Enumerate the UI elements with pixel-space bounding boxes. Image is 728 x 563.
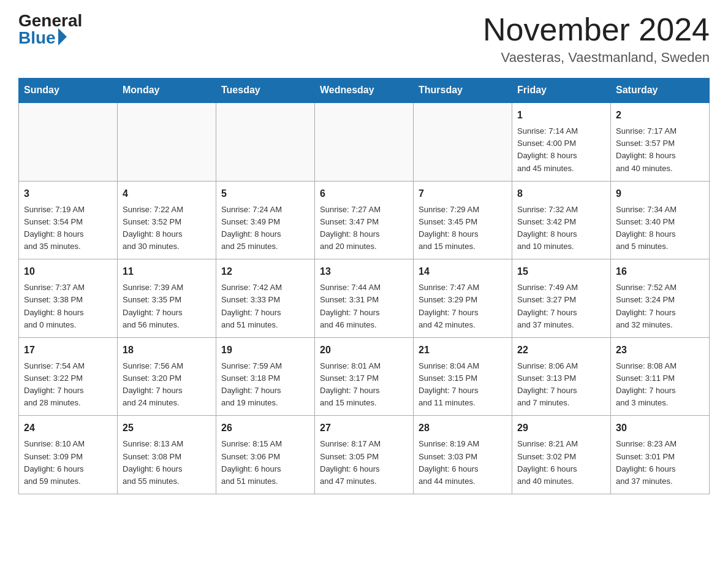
calendar-cell: 12Sunrise: 7:42 AM Sunset: 3:33 PM Dayli… [216, 259, 315, 338]
day-number: 12 [221, 264, 309, 279]
calendar-cell: 21Sunrise: 8:04 AM Sunset: 3:15 PM Dayli… [414, 337, 512, 416]
day-info: Sunrise: 7:56 AM Sunset: 3:20 PM Dayligh… [123, 360, 211, 410]
day-number: 17 [24, 343, 112, 358]
day-number: 28 [419, 421, 507, 435]
day-info: Sunrise: 8:21 AM Sunset: 3:02 PM Dayligh… [517, 438, 605, 488]
day-info: Sunrise: 7:17 AM Sunset: 3:57 PM Dayligh… [616, 125, 704, 175]
calendar-table: SundayMondayTuesdayWednesdayThursdayFrid… [18, 78, 710, 494]
calendar-cell: 26Sunrise: 8:15 AM Sunset: 3:06 PM Dayli… [216, 416, 315, 494]
calendar-cell: 30Sunrise: 8:23 AM Sunset: 3:01 PM Dayli… [611, 416, 710, 494]
day-info: Sunrise: 7:24 AM Sunset: 3:49 PM Dayligh… [221, 204, 309, 253]
day-info: Sunrise: 7:29 AM Sunset: 3:45 PM Dayligh… [419, 204, 507, 253]
day-number: 29 [517, 421, 605, 435]
header-monday: Monday [118, 79, 216, 103]
location-subtitle: Vaesteras, Vaestmanland, Sweden [483, 50, 710, 66]
day-number: 23 [616, 343, 704, 358]
calendar-cell: 17Sunrise: 7:54 AM Sunset: 3:22 PM Dayli… [19, 337, 118, 416]
day-info: Sunrise: 8:06 AM Sunset: 3:13 PM Dayligh… [517, 360, 605, 410]
calendar-cell: 22Sunrise: 8:06 AM Sunset: 3:13 PM Dayli… [512, 337, 611, 416]
day-info: Sunrise: 7:47 AM Sunset: 3:29 PM Dayligh… [419, 282, 507, 331]
calendar-cell: 7Sunrise: 7:29 AM Sunset: 3:45 PM Daylig… [414, 181, 512, 259]
day-number: 2 [616, 108, 704, 123]
calendar-cell [19, 102, 118, 181]
day-number: 27 [320, 421, 408, 435]
calendar-cell: 19Sunrise: 7:59 AM Sunset: 3:18 PM Dayli… [216, 337, 315, 416]
day-info: Sunrise: 7:42 AM Sunset: 3:33 PM Dayligh… [221, 282, 309, 331]
calendar-week-row: 24Sunrise: 8:10 AM Sunset: 3:09 PM Dayli… [19, 416, 710, 494]
day-number: 18 [123, 343, 211, 358]
day-number: 19 [221, 343, 309, 358]
calendar-cell [216, 102, 315, 181]
calendar-week-row: 17Sunrise: 7:54 AM Sunset: 3:22 PM Dayli… [19, 337, 710, 416]
day-number: 4 [123, 186, 211, 201]
day-number: 7 [419, 186, 507, 201]
day-number: 15 [517, 264, 605, 279]
calendar-header-row: SundayMondayTuesdayWednesdayThursdayFrid… [19, 79, 710, 103]
calendar-cell: 23Sunrise: 8:08 AM Sunset: 3:11 PM Dayli… [611, 337, 710, 416]
day-info: Sunrise: 8:15 AM Sunset: 3:06 PM Dayligh… [221, 438, 309, 488]
header-saturday: Saturday [611, 79, 710, 103]
day-info: Sunrise: 7:22 AM Sunset: 3:52 PM Dayligh… [123, 204, 211, 253]
day-number: 14 [419, 264, 507, 279]
day-info: Sunrise: 7:49 AM Sunset: 3:27 PM Dayligh… [517, 282, 605, 331]
page-header: General Blue November 2024 Vaesteras, Va… [18, 12, 710, 66]
day-info: Sunrise: 8:23 AM Sunset: 3:01 PM Dayligh… [616, 438, 704, 488]
header-sunday: Sunday [19, 79, 118, 103]
calendar-cell: 27Sunrise: 8:17 AM Sunset: 3:05 PM Dayli… [315, 416, 414, 494]
day-number: 30 [616, 421, 704, 435]
header-thursday: Thursday [414, 79, 512, 103]
header-friday: Friday [512, 79, 611, 103]
day-number: 10 [24, 264, 112, 279]
day-info: Sunrise: 8:17 AM Sunset: 3:05 PM Dayligh… [320, 438, 408, 488]
calendar-cell: 18Sunrise: 7:56 AM Sunset: 3:20 PM Dayli… [118, 337, 216, 416]
calendar-cell: 11Sunrise: 7:39 AM Sunset: 3:35 PM Dayli… [118, 259, 216, 338]
calendar-cell: 29Sunrise: 8:21 AM Sunset: 3:02 PM Dayli… [512, 416, 611, 494]
calendar-cell [414, 102, 512, 181]
header-tuesday: Tuesday [216, 79, 315, 103]
day-number: 11 [123, 264, 211, 279]
day-info: Sunrise: 7:39 AM Sunset: 3:35 PM Dayligh… [123, 282, 211, 331]
calendar-cell: 14Sunrise: 7:47 AM Sunset: 3:29 PM Dayli… [414, 259, 512, 338]
calendar-week-row: 1Sunrise: 7:14 AM Sunset: 4:00 PM Daylig… [19, 102, 710, 181]
day-number: 24 [24, 421, 112, 435]
calendar-cell: 3Sunrise: 7:19 AM Sunset: 3:54 PM Daylig… [19, 181, 118, 259]
day-number: 6 [320, 186, 408, 201]
logo-general-text: General [18, 12, 82, 29]
day-info: Sunrise: 7:19 AM Sunset: 3:54 PM Dayligh… [24, 204, 112, 253]
day-info: Sunrise: 7:37 AM Sunset: 3:38 PM Dayligh… [24, 282, 112, 331]
calendar-cell: 9Sunrise: 7:34 AM Sunset: 3:40 PM Daylig… [611, 181, 710, 259]
calendar-week-row: 3Sunrise: 7:19 AM Sunset: 3:54 PM Daylig… [19, 181, 710, 259]
calendar-cell: 5Sunrise: 7:24 AM Sunset: 3:49 PM Daylig… [216, 181, 315, 259]
day-number: 25 [123, 421, 211, 435]
day-info: Sunrise: 8:19 AM Sunset: 3:03 PM Dayligh… [419, 438, 507, 488]
title-block: November 2024 Vaesteras, Vaestmanland, S… [483, 12, 710, 66]
day-number: 5 [221, 186, 309, 201]
day-info: Sunrise: 7:44 AM Sunset: 3:31 PM Dayligh… [320, 282, 408, 331]
calendar-cell [315, 102, 414, 181]
calendar-cell: 6Sunrise: 7:27 AM Sunset: 3:47 PM Daylig… [315, 181, 414, 259]
day-number: 8 [517, 186, 605, 201]
day-info: Sunrise: 8:08 AM Sunset: 3:11 PM Dayligh… [616, 360, 704, 410]
day-number: 22 [517, 343, 605, 358]
day-info: Sunrise: 7:59 AM Sunset: 3:18 PM Dayligh… [221, 360, 309, 410]
day-number: 16 [616, 264, 704, 279]
calendar-cell [118, 102, 216, 181]
day-info: Sunrise: 7:14 AM Sunset: 4:00 PM Dayligh… [517, 125, 605, 175]
day-info: Sunrise: 7:34 AM Sunset: 3:40 PM Dayligh… [616, 204, 704, 253]
calendar-cell: 13Sunrise: 7:44 AM Sunset: 3:31 PM Dayli… [315, 259, 414, 338]
day-number: 21 [419, 343, 507, 358]
logo: General Blue [18, 12, 82, 47]
day-info: Sunrise: 7:52 AM Sunset: 3:24 PM Dayligh… [616, 282, 704, 331]
day-info: Sunrise: 7:54 AM Sunset: 3:22 PM Dayligh… [24, 360, 112, 410]
calendar-cell: 20Sunrise: 8:01 AM Sunset: 3:17 PM Dayli… [315, 337, 414, 416]
day-info: Sunrise: 8:10 AM Sunset: 3:09 PM Dayligh… [24, 438, 112, 488]
calendar-cell: 15Sunrise: 7:49 AM Sunset: 3:27 PM Dayli… [512, 259, 611, 338]
calendar-cell: 1Sunrise: 7:14 AM Sunset: 4:00 PM Daylig… [512, 102, 611, 181]
header-wednesday: Wednesday [315, 79, 414, 103]
day-info: Sunrise: 7:32 AM Sunset: 3:42 PM Dayligh… [517, 204, 605, 253]
logo-triangle-icon [58, 28, 67, 45]
day-info: Sunrise: 8:04 AM Sunset: 3:15 PM Dayligh… [419, 360, 507, 410]
day-number: 26 [221, 421, 309, 435]
day-number: 3 [24, 186, 112, 201]
calendar-cell: 8Sunrise: 7:32 AM Sunset: 3:42 PM Daylig… [512, 181, 611, 259]
